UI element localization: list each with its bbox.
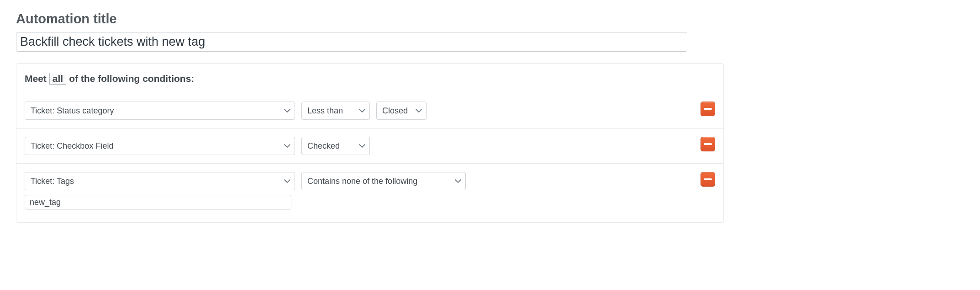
automation-title-input[interactable] [16,32,687,52]
condition-row: Ticket: Checkbox Field Checked [16,128,723,163]
conditions-header: Meet all of the following conditions: [16,73,723,93]
condition-field-select[interactable]: Ticket: Tags [25,172,295,190]
condition-field-select[interactable]: Ticket: Checkbox Field [25,137,295,155]
condition-operator-select[interactable]: Checked [301,137,370,155]
condition-row: Ticket: Status category Less than Closed [16,93,723,128]
condition-row: Ticket: Tags Contains none of the follow… [16,163,723,218]
condition-field-value: Ticket: Checkbox Field [25,137,295,155]
condition-field-select[interactable]: Ticket: Status category [25,102,295,120]
condition-operator-value: Checked [301,137,370,155]
conditions-prefix: Meet [25,73,47,84]
minus-icon [704,108,712,110]
condition-value-select[interactable]: Closed [376,102,427,120]
condition-field-value: Ticket: Status category [25,102,295,120]
condition-operator-value: Contains none of the following [301,172,466,190]
automation-title-section: Automation title [16,11,964,52]
condition-operator-value: Less than [301,102,370,120]
minus-icon [704,143,712,145]
condition-operator-select[interactable]: Contains none of the following [301,172,466,190]
remove-condition-button[interactable] [701,102,715,116]
remove-condition-button[interactable] [701,172,715,187]
condition-field-value: Ticket: Tags [25,172,295,190]
minus-icon [704,178,712,180]
conditions-suffix: of the following conditions: [69,73,194,84]
remove-condition-button[interactable] [701,137,715,151]
condition-operator-select[interactable]: Less than [301,102,370,120]
conditions-panel: Meet all of the following conditions: Ti… [16,63,724,223]
condition-tag-input[interactable] [25,195,291,209]
conditions-mode-badge[interactable]: all [49,73,66,85]
automation-title-label: Automation title [16,11,964,27]
condition-value-value: Closed [376,102,427,120]
